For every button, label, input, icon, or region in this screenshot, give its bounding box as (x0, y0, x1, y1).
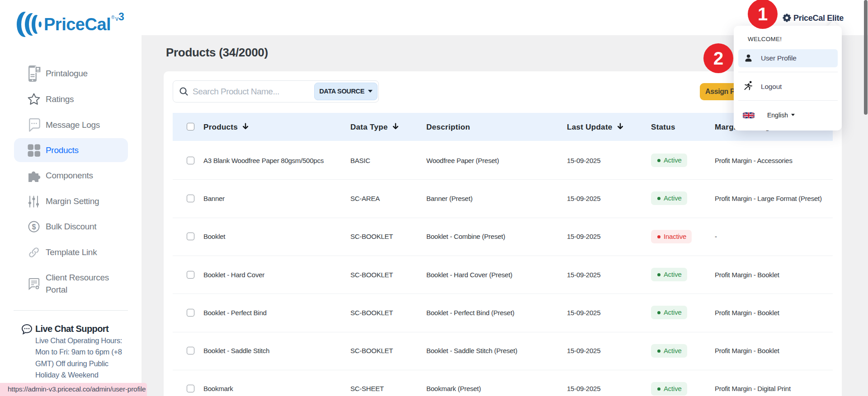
svg-text:$: $ (32, 223, 36, 231)
